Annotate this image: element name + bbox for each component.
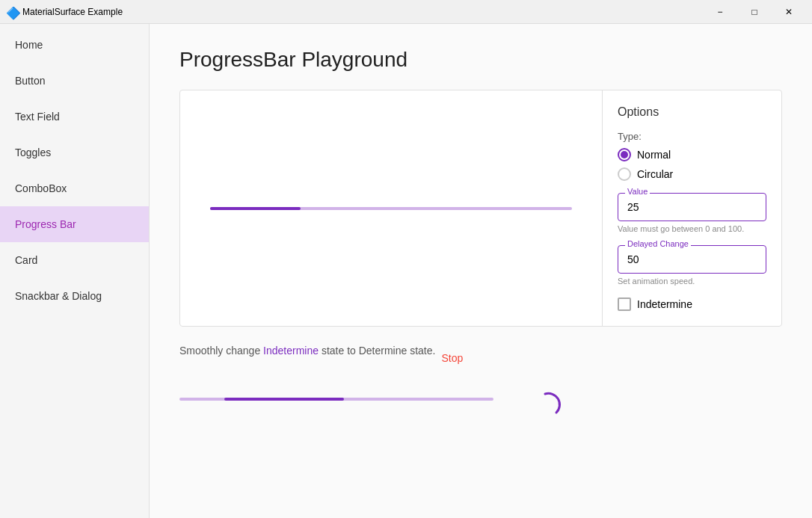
sidebar-item-toggles[interactable]: Toggles xyxy=(0,135,149,170)
demo-preview xyxy=(180,90,602,326)
maximize-button[interactable]: □ xyxy=(737,0,772,24)
title-bar: 🔷 MaterialSurface Example − □ ✕ xyxy=(0,0,812,24)
sidebar-item-progress-bar[interactable]: Progress Bar xyxy=(0,206,149,242)
options-heading: Options xyxy=(618,105,766,119)
circular-arc-svg xyxy=(526,386,564,424)
app-body: Home Button Text Field Toggles ComboBox … xyxy=(0,24,812,518)
close-button[interactable]: ✕ xyxy=(772,0,806,24)
radio-circular-label: Circular xyxy=(637,168,673,180)
progress-fill xyxy=(210,207,301,210)
radio-normal[interactable]: Normal xyxy=(618,148,766,161)
radio-normal-circle xyxy=(618,148,631,161)
radio-normal-label: Normal xyxy=(637,149,671,161)
indeterminate-progress-bar xyxy=(179,398,493,401)
main-content: ProgressBar Playground Options Type: xyxy=(150,24,812,518)
indetermine-checkbox[interactable]: Indetermine xyxy=(618,297,766,311)
type-label: Type: xyxy=(618,131,766,142)
sidebar-item-snackbar-dialog[interactable]: Snackbar & Dialog xyxy=(0,278,149,314)
sidebar-item-combobox[interactable]: ComboBox xyxy=(0,170,149,206)
sidebar: Home Button Text Field Toggles ComboBox … xyxy=(0,24,150,518)
value-field-group: Value Value must go between 0 and 100. xyxy=(618,193,766,233)
progress-bar-demo xyxy=(210,207,572,210)
bottom-section: Smoothly change Indetermine state to Det… xyxy=(179,345,782,427)
value-input[interactable] xyxy=(618,193,766,221)
stop-button[interactable]: Stop xyxy=(441,352,463,364)
indetermine-checkbox-box xyxy=(618,297,631,311)
app-icon: 🔷 xyxy=(6,6,18,18)
sidebar-item-home[interactable]: Home xyxy=(0,27,149,63)
minimize-button[interactable]: − xyxy=(703,0,737,24)
type-radio-group: Normal Circular xyxy=(618,148,766,181)
delayed-change-input[interactable] xyxy=(618,245,766,274)
info-highlight: Indetermine xyxy=(263,345,319,357)
demo-container: Options Type: Normal Circular Value xyxy=(179,90,782,327)
sidebar-item-card[interactable]: Card xyxy=(0,242,149,278)
delayed-change-hint: Set animation speed. xyxy=(618,277,766,286)
delayed-change-label: Delayed Change xyxy=(625,239,691,248)
window-title: MaterialSurface Example xyxy=(22,7,703,17)
radio-circular-circle xyxy=(618,167,631,181)
indetermine-label: Indetermine xyxy=(637,298,692,310)
sidebar-item-button[interactable]: Button xyxy=(0,63,149,99)
radio-circular[interactable]: Circular xyxy=(618,167,766,181)
sidebar-item-text-field[interactable]: Text Field xyxy=(0,99,149,135)
window-controls: − □ ✕ xyxy=(703,0,806,24)
circular-progress xyxy=(526,386,564,427)
options-panel: Options Type: Normal Circular Value xyxy=(602,90,781,326)
value-hint: Value must go between 0 and 100. xyxy=(618,224,766,233)
delayed-change-field-group: Delayed Change Set animation speed. xyxy=(618,245,766,286)
info-text: Smoothly change Indetermine state to Det… xyxy=(179,345,435,357)
indeterminate-fill xyxy=(224,398,344,401)
page-title: ProgressBar Playground xyxy=(179,48,782,72)
progress-track xyxy=(210,207,572,210)
value-field-label: Value xyxy=(625,187,650,196)
